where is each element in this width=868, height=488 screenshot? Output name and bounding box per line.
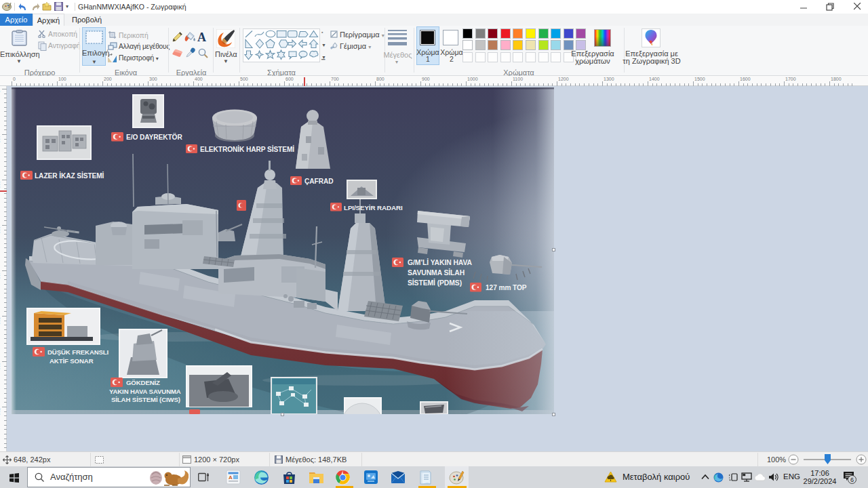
svg-text:YAKIN HAVA SAVUNMA: YAKIN HAVA SAVUNMA bbox=[109, 388, 181, 395]
svg-text:AKTİF SONAR: AKTİF SONAR bbox=[50, 357, 94, 365]
svg-text:G/M’Lİ YAKIN HAVA: G/M’Lİ YAKIN HAVA bbox=[408, 258, 472, 266]
svg-text:127 mm TOP: 127 mm TOP bbox=[486, 284, 527, 291]
svg-text:LAZER İKAZ SİSTEMİ: LAZER İKAZ SİSTEMİ bbox=[35, 171, 104, 180]
svg-text:E/O DAYREKTÖR: E/O DAYREKTÖR bbox=[126, 133, 182, 141]
svg-text:GÖKDENİZ: GÖKDENİZ bbox=[126, 379, 160, 386]
svg-text:SİSTEMİ (PDMS): SİSTEMİ (PDMS) bbox=[408, 279, 462, 287]
svg-text:LPI/SEYİR RADARI: LPI/SEYİR RADARI bbox=[344, 204, 403, 211]
svg-text:ELEKTRONİK HARP SİSTEMİ: ELEKTRONİK HARP SİSTEMİ bbox=[200, 145, 294, 153]
svg-text:SİLAH SİSTEMİ (CIWS): SİLAH SİSTEMİ (CIWS) bbox=[111, 396, 180, 403]
svg-text:A: A bbox=[229, 474, 233, 481]
svg-text:SAVUNMA SİLAH: SAVUNMA SİLAH bbox=[408, 268, 465, 277]
svg-text:ÇAFRAD: ÇAFRAD bbox=[304, 178, 333, 185]
svg-text:DÜŞÜK FREKANSLI: DÜŞÜK FREKANSLI bbox=[47, 348, 109, 356]
